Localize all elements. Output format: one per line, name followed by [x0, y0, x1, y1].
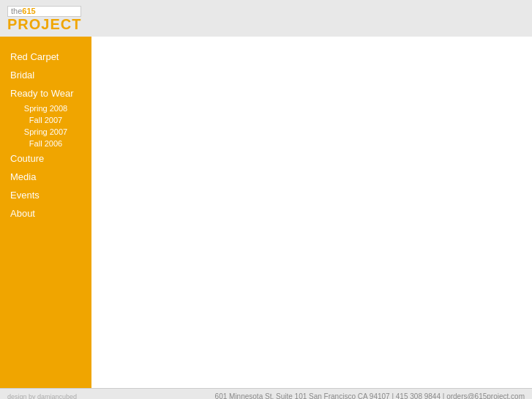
sidebar-sub-item-spring-2007[interactable]: Spring 2007: [0, 126, 91, 138]
logo-the615: the615: [7, 6, 81, 17]
footer: design by damiancubed 601 Minnesota St. …: [0, 388, 532, 399]
sidebar-item-couture[interactable]: Couture: [0, 149, 91, 168]
sidebar-sub-item-fall-2007[interactable]: Fall 2007: [0, 114, 91, 126]
sidebar-sub-item-fall-2006[interactable]: Fall 2006: [0, 138, 91, 149]
sidebar-item-bridal[interactable]: Bridal: [0, 66, 91, 84]
footer-credit: design by damiancubed: [7, 393, 77, 400]
logo-the-text: the: [11, 7, 22, 15]
footer-address: 601 Minnesota St. Suite 101 San Francisc…: [215, 392, 525, 399]
logo-project-text: PROJECT: [7, 17, 81, 31]
content-area: [91, 37, 532, 388]
sidebar-sub-item-spring-2008[interactable]: Spring 2008: [0, 102, 91, 114]
sidebar: Red Carpet Bridal Ready to Wear Spring 2…: [0, 37, 91, 388]
sidebar-item-events[interactable]: Events: [0, 186, 91, 204]
sidebar-item-media[interactable]: Media: [0, 168, 91, 186]
logo[interactable]: the615 PROJECT: [7, 6, 81, 31]
sidebar-item-about[interactable]: About: [0, 204, 91, 223]
sidebar-item-ready-to-wear[interactable]: Ready to Wear: [0, 84, 91, 102]
logo-615-text: 615: [22, 7, 35, 15]
main-layout: Red Carpet Bridal Ready to Wear Spring 2…: [0, 37, 532, 388]
header: the615 PROJECT: [0, 0, 532, 37]
sidebar-item-red-carpet[interactable]: Red Carpet: [0, 48, 91, 66]
